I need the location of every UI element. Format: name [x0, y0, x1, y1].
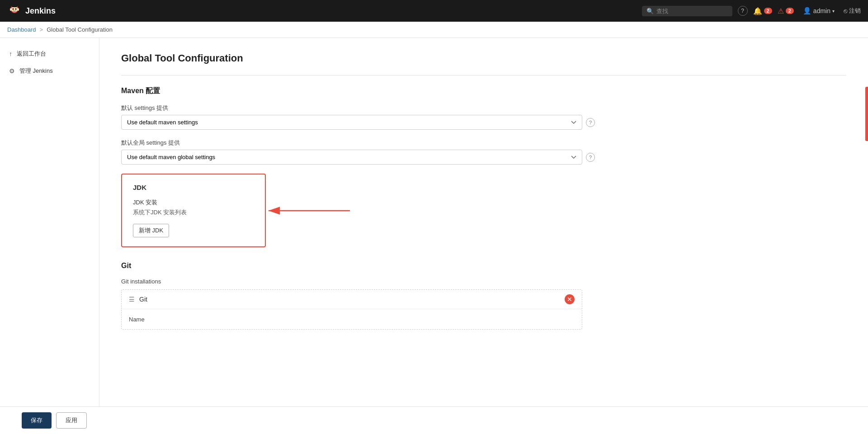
username-label: admin	[813, 7, 830, 14]
svg-point-3	[15, 8, 17, 10]
user-menu[interactable]: 👤 admin ▾	[803, 7, 835, 15]
apply-button[interactable]: 应用	[56, 412, 87, 429]
search-input[interactable]	[656, 8, 720, 14]
default-settings-help[interactable]: ?	[586, 118, 595, 127]
add-jdk-button[interactable]: 新增 JDK	[133, 224, 169, 237]
git-section: Git Git installations ☰ Git ✕ Name	[121, 262, 846, 330]
git-name-label: Name	[129, 316, 145, 323]
svg-rect-4	[12, 5, 17, 7]
top-navigation: Jenkins 🔍 ? 🔔 2 ⚠ 2 👤 admin ▾ ⎋ 注销	[0, 0, 868, 22]
back-icon: ↑	[9, 50, 12, 57]
jdk-section: JDK JDK 安装 系统下JDK 安装列表 新增 JDK	[121, 174, 846, 247]
default-global-settings-select[interactable]: Use default maven global settings	[121, 150, 582, 165]
git-card-body: Name	[122, 309, 582, 329]
default-global-settings-label: 默认全局 settings 提供	[121, 139, 846, 147]
sidebar-item-back[interactable]: ↑ 返回工作台	[0, 45, 99, 62]
jenkins-butler-icon	[7, 4, 22, 18]
logout-icon: ⎋	[844, 7, 847, 14]
sidebar-item-back-label: 返回工作台	[17, 50, 46, 58]
jdk-install-label: JDK 安装	[133, 198, 254, 207]
git-remove-button[interactable]: ✕	[565, 294, 575, 304]
sidebar: ↑ 返回工作台 ⚙ 管理 Jenkins	[0, 38, 99, 434]
jenkins-logo-text: Jenkins	[25, 6, 56, 16]
save-button[interactable]: 保存	[22, 412, 52, 429]
breadcrumb-current: Global Tool Configuration	[47, 26, 113, 33]
search-icon: 🔍	[646, 8, 654, 14]
alerts-count: 2	[786, 8, 794, 14]
maven-section-title: Maven 配置	[121, 86, 846, 96]
alert-icon: ⚠	[778, 7, 784, 15]
red-arrow-icon	[264, 202, 354, 220]
git-card-header-left: ☰ Git	[129, 296, 147, 303]
notifications-badge[interactable]: 🔔 2	[753, 7, 772, 15]
default-settings-group: 默认 settings 提供 Use default maven setting…	[121, 104, 846, 130]
breadcrumb-dashboard[interactable]: Dashboard	[7, 26, 36, 33]
help-button[interactable]: ?	[738, 6, 748, 16]
git-section-title: Git	[121, 262, 846, 270]
scrollbar-indicator[interactable]	[865, 87, 868, 141]
git-card: ☰ Git ✕ Name	[121, 289, 582, 330]
main-layout: ↑ 返回工作台 ⚙ 管理 Jenkins Global Tool Configu…	[0, 38, 868, 434]
chevron-down-icon: ▾	[832, 9, 835, 14]
divider-top	[121, 75, 846, 75]
default-global-settings-group: 默认全局 settings 提供 Use default maven globa…	[121, 139, 846, 165]
alerts-badge[interactable]: ⚠ 2	[778, 7, 794, 15]
sidebar-item-manage-jenkins[interactable]: ⚙ 管理 Jenkins	[0, 62, 99, 80]
drag-handle-icon: ☰	[129, 296, 135, 303]
git-installations-label: Git installations	[121, 278, 846, 285]
jenkins-logo: Jenkins	[7, 4, 56, 18]
red-arrow-container	[264, 202, 354, 220]
bottom-bar: 保存 应用	[0, 406, 868, 434]
jdk-box: JDK JDK 安装 系统下JDK 安装列表 新增 JDK	[121, 174, 266, 247]
jdk-install-sublabel: 系统下JDK 安装列表	[133, 208, 254, 217]
logout-button[interactable]: ⎋ 注销	[844, 7, 861, 15]
sidebar-item-manage-label: 管理 Jenkins	[19, 67, 53, 75]
svg-rect-5	[10, 8, 12, 11]
svg-rect-6	[17, 8, 19, 11]
default-settings-select[interactable]: Use default maven settings	[121, 115, 582, 130]
maven-section: Maven 配置 默认 settings 提供 Use default mave…	[121, 86, 846, 165]
main-content: Global Tool Configuration Maven 配置 默认 se…	[99, 38, 868, 434]
gear-icon: ⚙	[9, 67, 15, 75]
git-card-title: Git	[139, 296, 147, 303]
user-icon: 👤	[803, 7, 811, 15]
default-settings-wrapper: Use default maven settings ?	[121, 115, 846, 130]
breadcrumb-separator: >	[40, 26, 43, 33]
default-settings-label: 默认 settings 提供	[121, 104, 846, 112]
search-box[interactable]: 🔍	[642, 6, 732, 16]
page-title: Global Tool Configuration	[121, 52, 846, 64]
default-global-settings-help[interactable]: ?	[586, 153, 595, 162]
jdk-box-title: JDK	[133, 184, 254, 191]
bell-icon: 🔔	[753, 7, 762, 15]
logout-label: 注销	[849, 7, 861, 15]
git-card-header: ☰ Git ✕	[122, 290, 582, 309]
notifications-count: 2	[764, 8, 772, 14]
svg-point-2	[13, 8, 14, 10]
breadcrumb: Dashboard > Global Tool Configuration	[0, 22, 868, 38]
default-global-settings-wrapper: Use default maven global settings ?	[121, 150, 846, 165]
